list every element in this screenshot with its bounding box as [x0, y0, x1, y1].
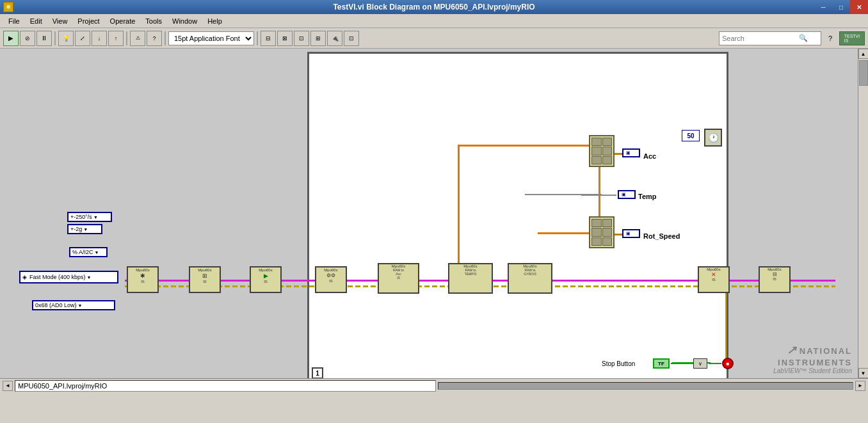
- window-title: TestVI.vi Block Diagram on MPU6050_API.l…: [333, 3, 534, 12]
- acc-wire-connector: [615, 153, 622, 155]
- menu-edit[interactable]: Edit: [25, 16, 47, 26]
- toolbar-separator-3: [165, 31, 166, 45]
- acc-label: Acc: [643, 152, 656, 160]
- right-scrollbar: ▲ ▼: [858, 49, 868, 378]
- abort-button[interactable]: ⊘: [20, 31, 35, 46]
- gyro-range-control[interactable]: +-250°/s ▼: [67, 212, 112, 222]
- block-init[interactable]: Mpu60x ✱ IS: [127, 266, 159, 293]
- search-box: 🔍: [719, 31, 821, 45]
- rot-cell: [602, 219, 613, 227]
- ni-logo-line1: NATIONAL: [800, 346, 852, 356]
- stop-button-label: Stop Button: [602, 360, 635, 367]
- rot-cell: [602, 228, 613, 236]
- menubar: File Edit View Project Operate Tools Win…: [0, 14, 868, 28]
- address-dropdown-arrow: ▼: [78, 303, 83, 308]
- toolbar-separator-4: [257, 31, 258, 45]
- context-help-button[interactable]: ?: [147, 31, 162, 46]
- block-read-temp[interactable]: Mpu60x RAW toTEMP/S: [448, 263, 493, 294]
- menu-file[interactable]: File: [3, 16, 25, 26]
- interface-dropdown-arrow: ▼: [95, 250, 99, 255]
- menu-window[interactable]: Window: [167, 16, 202, 26]
- reorder-button[interactable]: ⊞: [310, 31, 326, 46]
- rot-cell: [591, 237, 602, 246]
- temp-display: ▣: [618, 190, 636, 199]
- close-button[interactable]: ✕: [850, 0, 868, 14]
- block-run[interactable]: Mpu60x ▶ IS: [250, 266, 282, 293]
- step-into-button[interactable]: ↓: [92, 31, 107, 46]
- warn-button[interactable]: ⚠: [130, 31, 145, 46]
- address-control[interactable]: 0x68 (AD0 Low) ▼: [32, 300, 115, 310]
- numeric-50-const: 50: [682, 130, 700, 141]
- acc-cell: [602, 156, 613, 164]
- wait-block[interactable]: 🕐: [704, 129, 722, 147]
- wire-to-stop-terminal: [709, 363, 721, 364]
- main-area: 1 +-250°/s ▼ +-2g ▼ % A/I2C ▼ ◈ Fast Mod…: [0, 49, 868, 392]
- mode-label: ◈: [22, 274, 27, 280]
- toolbar-separator-1: [54, 31, 56, 45]
- search-input[interactable]: [722, 35, 799, 42]
- vi-tab[interactable]: TESTVIIS: [839, 31, 865, 45]
- font-dropdown[interactable]: 15pt Application Font: [168, 31, 254, 45]
- menu-view[interactable]: View: [47, 16, 73, 26]
- menu-operate[interactable]: Operate: [105, 16, 141, 26]
- stop-button-tf[interactable]: TF: [653, 358, 670, 369]
- loop-indicator: 1: [312, 367, 323, 378]
- rot-wire-connector: [615, 234, 622, 235]
- step-out-button[interactable]: ↑: [108, 31, 124, 46]
- minimize-button[interactable]: ─: [814, 0, 832, 14]
- distribute-button[interactable]: ⊠: [277, 31, 293, 46]
- title-icon: ⊞: [3, 2, 13, 12]
- context-help-btn2[interactable]: ?: [823, 31, 838, 46]
- block-read-gyro[interactable]: Mpu60x RAW toGYRO/S: [508, 263, 552, 294]
- menu-help[interactable]: Help: [202, 16, 227, 26]
- rot-speed-indicator-block: [589, 216, 615, 248]
- status-left-arrow[interactable]: ◄: [3, 381, 13, 391]
- menu-tools[interactable]: Tools: [140, 16, 167, 26]
- extra-btn[interactable]: 🔌: [327, 31, 342, 46]
- search-icon[interactable]: 🔍: [799, 34, 808, 42]
- maximize-button[interactable]: □: [832, 0, 850, 14]
- step-over-button[interactable]: ⤢: [75, 31, 90, 46]
- wire-orange-h1: [458, 145, 599, 147]
- toolbar: ▶ ⊘ ⏸ 💡 ⤢ ↓ ↑ ⚠ ? 15pt Application Font …: [0, 28, 868, 49]
- wire-stop-v: [725, 285, 727, 363]
- acc-cell: [591, 156, 602, 164]
- acc-indicator-block: [589, 135, 615, 167]
- mode-control[interactable]: ◈ Fast Mode (400 kbps) ▼: [19, 271, 118, 283]
- block-close[interactable]: Mpu60x ✕ IS: [698, 266, 730, 293]
- project-path: MPU6050_API.lvproj/myRIO: [15, 380, 436, 392]
- block-read-acc[interactable]: Mpu60x RAW toAcc IS: [378, 263, 419, 294]
- highlight-button[interactable]: 💡: [58, 31, 74, 46]
- pause-button[interactable]: ⏸: [36, 31, 52, 46]
- status-right-arrow[interactable]: ►: [855, 381, 865, 391]
- gyro-dropdown-arrow: ▼: [93, 215, 98, 219]
- stop-terminal[interactable]: ■: [722, 358, 734, 369]
- rot-cell: [591, 219, 602, 227]
- extra-btn2[interactable]: ⊡: [344, 31, 359, 46]
- interface-control[interactable]: % A/I2C ▼: [69, 247, 108, 257]
- block-final[interactable]: Mpu60x ⊟ IS: [759, 266, 791, 293]
- block-configure[interactable]: Mpu60x ⚙⚙ IS: [315, 266, 347, 293]
- canvas: 1 +-250°/s ▼ +-2g ▼ % A/I2C ▼ ◈ Fast Mod…: [0, 49, 858, 378]
- toolbar-separator-2: [126, 31, 127, 45]
- acc-cell: [591, 138, 602, 146]
- scroll-down-arrow[interactable]: ▼: [858, 368, 869, 378]
- ni-logo-line3: LabVIEW™ Student Edition: [773, 367, 852, 374]
- or-block[interactable]: ∨: [693, 358, 707, 369]
- rot-display-inner: ▣: [626, 231, 631, 235]
- ni-logo: ↗ NATIONAL INSTRUMENTS LabVIEW™ Student …: [773, 344, 852, 374]
- block-open[interactable]: Mpu60x ⊞ IS: [189, 266, 221, 293]
- status-scrollbar-track[interactable]: [438, 382, 854, 390]
- ni-logo-line2: INSTRUMENTS: [778, 358, 852, 367]
- rot-cell: [602, 237, 613, 246]
- scroll-thumb[interactable]: [859, 60, 868, 86]
- run-button[interactable]: ▶: [3, 31, 19, 46]
- menu-project[interactable]: Project: [72, 16, 104, 26]
- acc-range-control[interactable]: +-2g ▼: [67, 224, 102, 234]
- resize-button[interactable]: ⊡: [294, 31, 309, 46]
- scroll-up-arrow[interactable]: ▲: [858, 49, 869, 59]
- acc-cell: [591, 147, 602, 155]
- align-button[interactable]: ⊟: [261, 31, 276, 46]
- acc-cell: [602, 147, 613, 155]
- acc-dropdown-arrow: ▼: [83, 227, 88, 232]
